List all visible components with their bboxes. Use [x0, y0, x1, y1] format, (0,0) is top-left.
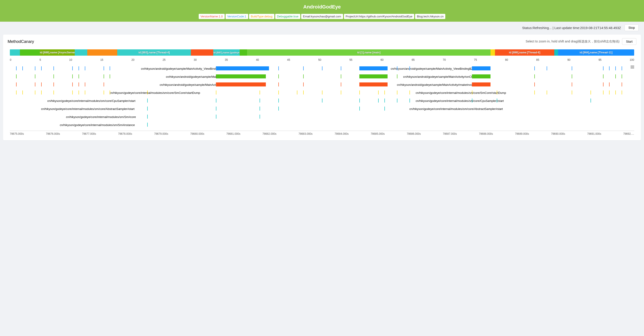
- flame-tick: [603, 90, 604, 95]
- flame-tick: [35, 82, 35, 86]
- flame-tick: [341, 74, 341, 78]
- flame-tick: [54, 90, 54, 95]
- status-text: Status:Refreshing... | Last update time:…: [522, 26, 621, 30]
- flame-row[interactable]: cn/hikyson/android/godeye/sample/MainAct…: [10, 66, 634, 72]
- flame-tick: [622, 90, 622, 95]
- flame-tick: [322, 90, 322, 95]
- flame-tick: [341, 82, 341, 86]
- method-label: cn/hikyson/godeye/core/internal/modules/…: [41, 107, 135, 111]
- flame-tick: [22, 66, 23, 70]
- overview-segment[interactable]: [240, 49, 247, 56]
- method-label: cn/hikyson/godeye/core/internal/modules/…: [410, 107, 503, 111]
- flame-tick: [341, 90, 341, 95]
- overview-segment[interactable]: [75, 49, 87, 56]
- flame-tick: [16, 90, 16, 95]
- flame-tick: [497, 90, 497, 95]
- time-axis: 78675.000s78676.000s78677.000s78678.000s…: [10, 131, 634, 135]
- flame-tick: [278, 107, 279, 111]
- flame-tick: [297, 90, 298, 95]
- overview-segment[interactable]: id:[1],name:[main]: [247, 49, 490, 56]
- flame-block[interactable]: [359, 82, 388, 86]
- flame-tick: [104, 82, 104, 86]
- flame-tick: [359, 107, 360, 111]
- flame-tick: [16, 74, 16, 78]
- flame-block[interactable]: [216, 74, 266, 78]
- flame-tick: [147, 107, 148, 111]
- badge: VersionCode:1: [226, 14, 248, 19]
- flame-tick: [278, 66, 279, 70]
- flame-block[interactable]: [216, 66, 269, 70]
- overview-segment[interactable]: id:[887],name:[godeye-sm-obtain-dump]: [213, 49, 240, 56]
- overview-segment[interactable]: [490, 49, 495, 56]
- flame-tick: [615, 90, 616, 95]
- app-title: AndroidGodEye: [0, 4, 644, 10]
- flame-tick: [534, 90, 535, 95]
- badge: BuildType:debug: [249, 14, 274, 19]
- flame-tick: [104, 74, 104, 78]
- flame-block[interactable]: [359, 66, 388, 70]
- method-label: cn/hikyson/godeye/core/internal/modules/…: [416, 91, 506, 95]
- flame-tick: [378, 99, 378, 103]
- flame-tick: [260, 107, 260, 111]
- overview-segment[interactable]: id:[904],name:[Thread-11]: [558, 49, 634, 56]
- flame-tick: [85, 90, 85, 95]
- flame-block[interactable]: [472, 74, 491, 78]
- flame-tick: [85, 66, 85, 70]
- flame-tick: [104, 66, 104, 70]
- flame-block[interactable]: [472, 66, 491, 70]
- flame-row[interactable]: cn/hikyson/godeye/core/internal/modules/…: [10, 115, 634, 120]
- flame-tick: [16, 82, 16, 86]
- flame-tick: [78, 90, 79, 95]
- overview-segment[interactable]: [20, 49, 40, 56]
- overview-segment[interactable]: [10, 49, 20, 56]
- badge: ProjectUrl:https://github.com/Kyson/Andr…: [344, 14, 414, 19]
- thread-overview-bar[interactable]: id:[889],name:[AsyncServer]id:[893],name…: [10, 49, 634, 56]
- flame-tick: [72, 74, 73, 78]
- overview-segment[interactable]: [87, 49, 117, 56]
- flame-tick: [278, 82, 279, 86]
- flame-tick: [603, 66, 604, 70]
- flame-tick: [35, 74, 35, 78]
- stop-button[interactable]: Stop: [624, 24, 639, 31]
- flame-tick: [54, 82, 54, 86]
- flame-tick: [104, 90, 104, 95]
- flame-row[interactable]: cn/hikyson/godeye/core/internal/modules/…: [10, 99, 634, 104]
- flame-tick: [35, 66, 35, 70]
- flame-block[interactable]: [472, 82, 491, 86]
- flame-tick: [110, 90, 110, 95]
- flame-row[interactable]: cn/hikyson/godeye/core/internal/modules/…: [10, 107, 634, 112]
- flame-block[interactable]: [359, 74, 388, 78]
- flame-tick: [497, 99, 497, 103]
- flame-tick: [216, 107, 216, 111]
- flame-tick: [216, 90, 216, 95]
- flame-tick: [110, 66, 110, 70]
- flame-row[interactable]: cn/hikyson/godeye/core/internal/modules/…: [10, 90, 634, 96]
- flame-tick: [78, 66, 79, 70]
- flame-tick: [41, 90, 42, 95]
- flame-row[interactable]: cn/hikyson/android/godeye/sample/MainAct…: [10, 82, 634, 88]
- flame-row[interactable]: cn/hikyson/android/godeye/sample/MainAct…: [10, 74, 634, 80]
- flame-tick: [603, 82, 604, 86]
- overview-segment[interactable]: [554, 49, 558, 56]
- flame-tick: [216, 99, 216, 103]
- flame-tick: [72, 66, 73, 70]
- overview-segment[interactable]: id:[893],name:[Thread-4]: [117, 49, 191, 56]
- start-button[interactable]: Start: [622, 38, 636, 45]
- flame-tick: [397, 66, 398, 70]
- method-label: cn/hikyson/godeye/core/internal/modules/…: [60, 123, 135, 127]
- flame-tick: [78, 82, 79, 86]
- flame-chart[interactable]: cn/hikyson/android/godeye/sample/MainAct…: [10, 66, 634, 135]
- overview-segment[interactable]: [191, 49, 213, 56]
- badge: Debuggable:true: [275, 14, 300, 19]
- overview-segment[interactable]: id:[889],name:[AsyncServer]: [40, 49, 75, 56]
- flame-row[interactable]: cn/hikyson/godeye/core/internal/modules/…: [10, 123, 634, 128]
- flame-tick: [278, 90, 279, 95]
- flame-tick: [341, 66, 341, 70]
- flame-tick: [615, 66, 616, 70]
- method-canary-panel: MethodCanary Select to zoom in, hold shi…: [3, 35, 641, 140]
- flame-tick: [16, 66, 16, 70]
- flame-block[interactable]: [216, 82, 266, 86]
- overview-segment[interactable]: id:[899],name:[Thread-8]: [495, 49, 554, 56]
- flame-tick: [534, 82, 535, 86]
- flame-tick: [35, 90, 35, 95]
